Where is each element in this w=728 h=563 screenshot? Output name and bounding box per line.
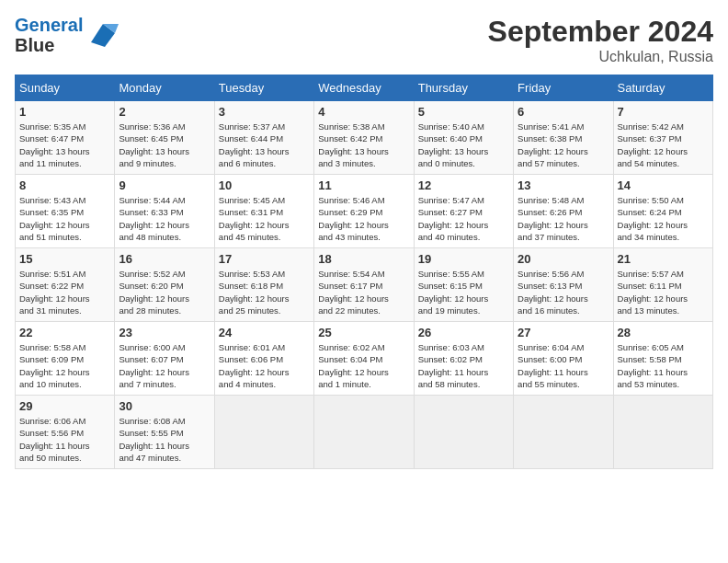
week-row-4: 22Sunrise: 5:58 AM Sunset: 6:09 PM Dayli… <box>16 322 713 396</box>
day-number: 3 <box>219 105 310 119</box>
day-number: 27 <box>518 326 609 339</box>
calendar-cell: 25Sunrise: 6:02 AM Sunset: 6:04 PM Dayli… <box>314 322 414 396</box>
header-wednesday: Wednesday <box>314 75 414 101</box>
day-detail: Sunrise: 6:04 AM Sunset: 6:00 PM Dayligh… <box>518 341 609 390</box>
header-tuesday: Tuesday <box>214 75 313 101</box>
calendar-cell: 19Sunrise: 5:55 AM Sunset: 6:15 PM Dayli… <box>414 248 513 322</box>
day-number: 20 <box>518 252 609 266</box>
day-number: 12 <box>418 178 509 192</box>
day-number: 19 <box>418 252 509 266</box>
logo-text: General Blue <box>15 15 83 55</box>
day-detail: Sunrise: 5:54 AM Sunset: 6:17 PM Dayligh… <box>318 268 409 316</box>
week-row-3: 15Sunrise: 5:51 AM Sunset: 6:22 PM Dayli… <box>16 248 713 322</box>
day-detail: Sunrise: 5:47 AM Sunset: 6:27 PM Dayligh… <box>418 194 509 243</box>
day-detail: Sunrise: 6:03 AM Sunset: 6:02 PM Dayligh… <box>418 341 509 390</box>
calendar-cell: 15Sunrise: 5:51 AM Sunset: 6:22 PM Dayli… <box>16 248 115 322</box>
calendar-header-row: SundayMondayTuesdayWednesdayThursdayFrid… <box>16 75 713 101</box>
day-number: 10 <box>219 178 310 192</box>
calendar-cell: 27Sunrise: 6:04 AM Sunset: 6:00 PM Dayli… <box>514 322 613 396</box>
day-detail: Sunrise: 5:55 AM Sunset: 6:15 PM Dayligh… <box>418 268 509 316</box>
day-detail: Sunrise: 5:36 AM Sunset: 6:45 PM Dayligh… <box>119 121 210 169</box>
day-number: 1 <box>19 105 110 119</box>
day-detail: Sunrise: 5:43 AM Sunset: 6:35 PM Dayligh… <box>19 194 110 243</box>
calendar-cell: 17Sunrise: 5:53 AM Sunset: 6:18 PM Dayli… <box>214 248 313 322</box>
day-number: 14 <box>618 178 709 192</box>
day-detail: Sunrise: 5:41 AM Sunset: 6:38 PM Dayligh… <box>518 121 609 169</box>
day-detail: Sunrise: 6:02 AM Sunset: 6:04 PM Dayligh… <box>318 341 409 390</box>
calendar-cell: 6Sunrise: 5:41 AM Sunset: 6:38 PM Daylig… <box>514 101 613 175</box>
day-detail: Sunrise: 5:44 AM Sunset: 6:33 PM Dayligh… <box>119 194 210 243</box>
calendar-cell <box>613 396 712 469</box>
day-detail: Sunrise: 5:58 AM Sunset: 6:09 PM Dayligh… <box>19 341 110 390</box>
calendar-cell: 28Sunrise: 6:05 AM Sunset: 5:58 PM Dayli… <box>613 322 712 396</box>
calendar-cell: 18Sunrise: 5:54 AM Sunset: 6:17 PM Dayli… <box>314 248 414 322</box>
calendar-cell: 4Sunrise: 5:38 AM Sunset: 6:42 PM Daylig… <box>314 101 414 175</box>
day-detail: Sunrise: 5:51 AM Sunset: 6:22 PM Dayligh… <box>19 268 110 316</box>
day-number: 24 <box>219 326 310 339</box>
day-detail: Sunrise: 5:37 AM Sunset: 6:44 PM Dayligh… <box>219 121 310 169</box>
calendar-table: SundayMondayTuesdayWednesdayThursdayFrid… <box>15 75 713 469</box>
day-detail: Sunrise: 5:57 AM Sunset: 6:11 PM Dayligh… <box>618 268 709 316</box>
calendar-cell: 7Sunrise: 5:42 AM Sunset: 6:37 PM Daylig… <box>613 101 712 175</box>
month-title: September 2024 <box>488 15 713 49</box>
logo-icon <box>86 19 119 52</box>
day-detail: Sunrise: 6:01 AM Sunset: 6:06 PM Dayligh… <box>219 341 310 390</box>
calendar-cell: 16Sunrise: 5:52 AM Sunset: 6:20 PM Dayli… <box>115 248 214 322</box>
day-number: 6 <box>518 105 609 119</box>
day-detail: Sunrise: 5:48 AM Sunset: 6:26 PM Dayligh… <box>518 194 609 243</box>
day-number: 11 <box>318 178 409 192</box>
day-detail: Sunrise: 5:53 AM Sunset: 6:18 PM Dayligh… <box>219 268 310 316</box>
day-detail: Sunrise: 5:38 AM Sunset: 6:42 PM Dayligh… <box>318 121 409 169</box>
day-detail: Sunrise: 5:50 AM Sunset: 6:24 PM Dayligh… <box>618 194 709 243</box>
day-number: 18 <box>318 252 409 266</box>
day-number: 21 <box>618 252 709 266</box>
day-detail: Sunrise: 5:52 AM Sunset: 6:20 PM Dayligh… <box>119 268 210 316</box>
header-friday: Friday <box>514 75 613 101</box>
day-number: 2 <box>119 105 210 119</box>
calendar-cell: 13Sunrise: 5:48 AM Sunset: 6:26 PM Dayli… <box>514 175 613 248</box>
day-detail: Sunrise: 6:00 AM Sunset: 6:07 PM Dayligh… <box>119 341 210 390</box>
calendar-cell: 12Sunrise: 5:47 AM Sunset: 6:27 PM Dayli… <box>414 175 513 248</box>
week-row-1: 1Sunrise: 5:35 AM Sunset: 6:47 PM Daylig… <box>16 101 713 175</box>
calendar-cell: 23Sunrise: 6:00 AM Sunset: 6:07 PM Dayli… <box>115 322 214 396</box>
header-sunday: Sunday <box>16 75 115 101</box>
day-number: 8 <box>19 178 110 192</box>
calendar-cell: 8Sunrise: 5:43 AM Sunset: 6:35 PM Daylig… <box>16 175 115 248</box>
day-detail: Sunrise: 5:35 AM Sunset: 6:47 PM Dayligh… <box>19 121 110 169</box>
day-number: 13 <box>518 178 609 192</box>
day-number: 23 <box>119 326 210 339</box>
day-number: 15 <box>19 252 110 266</box>
day-number: 28 <box>618 326 709 339</box>
location: Uchkulan, Russia <box>488 49 713 65</box>
calendar-cell: 3Sunrise: 5:37 AM Sunset: 6:44 PM Daylig… <box>214 101 313 175</box>
day-number: 29 <box>19 399 110 413</box>
day-number: 30 <box>119 399 210 413</box>
page-header: General Blue September 2024 Uchkulan, Ru… <box>15 15 713 65</box>
day-number: 26 <box>418 326 509 339</box>
day-detail: Sunrise: 6:05 AM Sunset: 5:58 PM Dayligh… <box>618 341 709 390</box>
header-saturday: Saturday <box>613 75 712 101</box>
day-number: 4 <box>318 105 409 119</box>
day-detail: Sunrise: 6:06 AM Sunset: 5:56 PM Dayligh… <box>19 415 110 464</box>
logo: General Blue <box>15 15 119 55</box>
day-detail: Sunrise: 5:46 AM Sunset: 6:29 PM Dayligh… <box>318 194 409 243</box>
calendar-cell: 26Sunrise: 6:03 AM Sunset: 6:02 PM Dayli… <box>414 322 513 396</box>
day-detail: Sunrise: 5:42 AM Sunset: 6:37 PM Dayligh… <box>618 121 709 169</box>
week-row-2: 8Sunrise: 5:43 AM Sunset: 6:35 PM Daylig… <box>16 175 713 248</box>
day-number: 25 <box>318 326 409 339</box>
day-detail: Sunrise: 5:40 AM Sunset: 6:40 PM Dayligh… <box>418 121 509 169</box>
calendar-cell: 9Sunrise: 5:44 AM Sunset: 6:33 PM Daylig… <box>115 175 214 248</box>
day-detail: Sunrise: 5:45 AM Sunset: 6:31 PM Dayligh… <box>219 194 310 243</box>
calendar-cell <box>514 396 613 469</box>
calendar-cell: 29Sunrise: 6:06 AM Sunset: 5:56 PM Dayli… <box>16 396 115 469</box>
day-detail: Sunrise: 5:56 AM Sunset: 6:13 PM Dayligh… <box>518 268 609 316</box>
calendar-cell: 21Sunrise: 5:57 AM Sunset: 6:11 PM Dayli… <box>613 248 712 322</box>
calendar-cell: 11Sunrise: 5:46 AM Sunset: 6:29 PM Dayli… <box>314 175 414 248</box>
day-detail: Sunrise: 6:08 AM Sunset: 5:55 PM Dayligh… <box>119 415 210 464</box>
calendar-cell <box>414 396 513 469</box>
day-number: 22 <box>19 326 110 339</box>
calendar-cell: 30Sunrise: 6:08 AM Sunset: 5:55 PM Dayli… <box>115 396 214 469</box>
calendar-cell: 22Sunrise: 5:58 AM Sunset: 6:09 PM Dayli… <box>16 322 115 396</box>
calendar-cell <box>314 396 414 469</box>
calendar-cell: 5Sunrise: 5:40 AM Sunset: 6:40 PM Daylig… <box>414 101 513 175</box>
